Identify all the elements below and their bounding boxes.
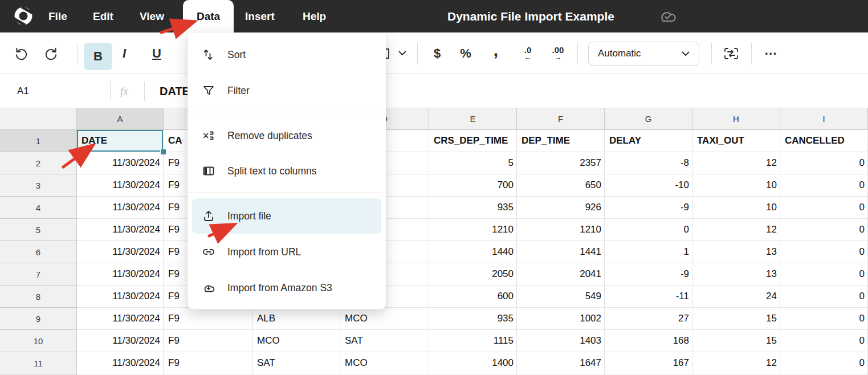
cell-E6[interactable]: 1440 <box>429 241 517 263</box>
menubar-item-data-active[interactable]: Data <box>183 0 234 32</box>
cell-I1[interactable]: CANCELLED <box>780 130 868 152</box>
column-header-E[interactable]: E <box>429 108 517 130</box>
cell-I3[interactable]: 0 <box>780 174 868 197</box>
row-header-6[interactable]: 6 <box>0 241 77 263</box>
cell-I11[interactable]: 0 <box>780 352 868 374</box>
cell-I9[interactable]: 0 <box>780 308 868 330</box>
menu-item-filter[interactable]: Filter <box>188 73 386 108</box>
undo-button[interactable] <box>13 32 30 74</box>
column-header-F[interactable]: F <box>517 108 605 130</box>
cell-F3[interactable]: 650 <box>517 174 605 197</box>
cell-F8[interactable]: 549 <box>517 286 605 308</box>
menu-item-split-text-to-columns[interactable]: Split text to columns <box>188 153 386 189</box>
chevron-down-icon[interactable] <box>397 32 408 74</box>
underline-button[interactable]: U <box>148 32 165 74</box>
menu-item-import-file[interactable]: Import file <box>192 198 381 234</box>
menu-item-remove-duplicates[interactable]: Remove duplicates <box>188 118 386 153</box>
cell-H3[interactable]: 10 <box>692 174 780 197</box>
cell-I7[interactable]: 0 <box>780 263 868 286</box>
cell-I4[interactable]: 0 <box>780 197 868 219</box>
cell-H4[interactable]: 10 <box>692 197 780 219</box>
menubar-item-view[interactable]: View <box>140 0 164 32</box>
cell-G10[interactable]: 168 <box>605 330 692 352</box>
menubar-item-insert[interactable]: Insert <box>245 0 275 32</box>
cell-H7[interactable]: 13 <box>692 263 780 286</box>
cell-G5[interactable]: 0 <box>605 219 692 241</box>
cell-E8[interactable]: 600 <box>429 286 517 308</box>
bold-button[interactable]: B <box>84 43 112 70</box>
row-header-7[interactable]: 7 <box>0 263 77 286</box>
cell-G2[interactable]: -8 <box>605 152 692 174</box>
cell-F1[interactable]: DEP_TIME <box>517 130 605 152</box>
percent-format-button[interactable]: % <box>457 32 474 74</box>
cell-E3[interactable]: 700 <box>429 174 517 197</box>
cell-D11[interactable]: MCO <box>340 352 429 374</box>
cell-E11[interactable]: 1400 <box>429 352 517 374</box>
currency-format-button[interactable]: $ <box>429 32 446 74</box>
cell-E2[interactable]: 5 <box>429 152 517 174</box>
cell-I5[interactable]: 0 <box>780 219 868 241</box>
cell-I2[interactable]: 0 <box>780 152 868 174</box>
cell-H9[interactable]: 15 <box>692 308 780 330</box>
cell-F2[interactable]: 2357 <box>517 152 605 174</box>
row-header-2[interactable]: 2 <box>0 152 77 174</box>
cell-A10[interactable]: 11/30/2024 <box>77 330 164 352</box>
cell-E5[interactable]: 1210 <box>429 219 517 241</box>
row-header-1[interactable]: 1 <box>0 130 77 152</box>
cell-A2[interactable]: 11/30/2024 <box>77 152 164 174</box>
cell-H2[interactable]: 12 <box>692 152 780 174</box>
cell-H8[interactable]: 24 <box>692 286 780 308</box>
row-header-11[interactable]: 11 <box>0 352 77 374</box>
cell-F6[interactable]: 1441 <box>517 241 605 263</box>
menu-item-import-from-url[interactable]: Import from URL <box>188 234 386 270</box>
cell-H11[interactable]: 12 <box>692 352 780 374</box>
decrease-decimals-button[interactable]: .0 ← <box>517 32 538 74</box>
sync-arrows-icon[interactable] <box>720 32 742 74</box>
increase-decimals-button[interactable]: .00 → <box>546 32 570 74</box>
cell-G9[interactable]: 27 <box>605 308 692 330</box>
cell-G4[interactable]: -9 <box>605 197 692 219</box>
cell-H5[interactable]: 12 <box>692 219 780 241</box>
cell-E1[interactable]: CRS_DEP_TIME <box>429 130 517 152</box>
italic-button[interactable]: I <box>116 32 133 74</box>
menu-item-sort[interactable]: Sort <box>188 37 386 72</box>
cell-C11[interactable]: SAT <box>252 352 340 374</box>
menubar-item-file[interactable]: File <box>48 0 67 32</box>
cell-E10[interactable]: 1115 <box>429 330 517 352</box>
cell-A9[interactable]: 11/30/2024 <box>77 308 164 330</box>
cell-H6[interactable]: 13 <box>692 241 780 263</box>
column-header-I[interactable]: I <box>780 108 868 130</box>
cell-G8[interactable]: -11 <box>605 286 692 308</box>
column-header-H[interactable]: H <box>692 108 780 130</box>
menu-item-import-from-amazon-s3[interactable]: Import from Amazon S3 <box>188 270 386 305</box>
cell-H1[interactable]: TAXI_OUT <box>692 130 780 152</box>
cell-A5[interactable]: 11/30/2024 <box>77 219 164 241</box>
cell-F5[interactable]: 1210 <box>517 219 605 241</box>
row-header-9[interactable]: 9 <box>0 308 77 330</box>
row-header-4[interactable]: 4 <box>0 197 77 219</box>
row-header-8[interactable]: 8 <box>0 286 77 308</box>
cell-A8[interactable]: 11/30/2024 <box>77 286 164 308</box>
row-header-10[interactable]: 10 <box>0 330 77 352</box>
cell-B9[interactable]: F9 <box>164 308 252 330</box>
cell-I10[interactable]: 0 <box>780 330 868 352</box>
cell-F10[interactable]: 1403 <box>517 330 605 352</box>
cell-E9[interactable]: 935 <box>429 308 517 330</box>
selection-fill-handle[interactable] <box>160 149 166 155</box>
cell-G6[interactable]: 1 <box>605 241 692 263</box>
cell-F11[interactable]: 1647 <box>517 352 605 374</box>
cell-G11[interactable]: 167 <box>605 352 692 374</box>
cell-D10[interactable]: SAT <box>340 330 429 352</box>
cell-D9[interactable]: MCO <box>340 308 429 330</box>
cell-G3[interactable]: -10 <box>605 174 692 197</box>
cell-E7[interactable]: 2050 <box>429 263 517 286</box>
cell-B10[interactable]: F9 <box>164 330 252 352</box>
column-header-G[interactable]: G <box>605 108 692 130</box>
cell-A3[interactable]: 11/30/2024 <box>77 174 164 197</box>
cell-B11[interactable]: F9 <box>164 352 252 374</box>
cell-C10[interactable]: MCO <box>252 330 340 352</box>
more-options-button[interactable]: ⋯ <box>760 32 782 74</box>
formula-input[interactable]: DATE <box>160 74 190 108</box>
cell-G7[interactable]: -9 <box>605 263 692 286</box>
cell-C9[interactable]: ALB <box>252 308 340 330</box>
